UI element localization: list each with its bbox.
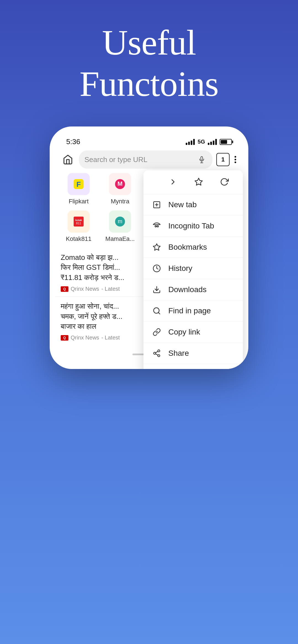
shortcut-kotak[interactable]: kotak 811 Kotak811 bbox=[61, 211, 97, 242]
svg-text:kotak: kotak bbox=[75, 219, 82, 222]
source-label-1: - Latest bbox=[101, 286, 120, 292]
phone-content: F Flipkart M Myntra bbox=[55, 173, 243, 345]
star-icon bbox=[152, 243, 162, 251]
svg-marker-22 bbox=[153, 244, 160, 250]
svg-text:811: 811 bbox=[76, 222, 81, 225]
kotak-icon: kotak 811 bbox=[68, 211, 90, 233]
battery-icon bbox=[220, 139, 232, 145]
flipkart-icon: F bbox=[68, 173, 90, 195]
tab-count[interactable]: 1 bbox=[216, 153, 230, 166]
source-name-2: Qrinx News bbox=[71, 335, 99, 341]
svg-line-26 bbox=[158, 312, 160, 314]
menu-top-icons bbox=[143, 170, 243, 194]
mamaearth-icon: m bbox=[109, 211, 131, 233]
clock-icon bbox=[152, 264, 162, 273]
search-icon bbox=[152, 307, 162, 315]
source-name-1: Qrinx News bbox=[71, 286, 99, 292]
refresh-icon[interactable] bbox=[220, 177, 229, 188]
downloads-label: Downloads bbox=[168, 285, 207, 294]
svg-marker-16 bbox=[195, 178, 203, 185]
menu-item-copy-link[interactable]: Copy link bbox=[143, 322, 243, 343]
source-label-2: - Latest bbox=[101, 335, 120, 341]
bookmarks-label: Bookmarks bbox=[168, 243, 207, 252]
home-icon bbox=[63, 154, 73, 165]
plus-square-icon bbox=[152, 201, 162, 209]
status-right: 5G bbox=[186, 139, 232, 145]
svg-text:M: M bbox=[118, 180, 123, 187]
svg-point-20 bbox=[155, 226, 156, 227]
myntra-icon: M bbox=[109, 173, 131, 195]
shortcut-myntra[interactable]: M Myntra bbox=[102, 173, 138, 205]
new-tab-label: New tab bbox=[168, 200, 197, 209]
home-button[interactable] bbox=[61, 152, 75, 167]
svg-line-31 bbox=[156, 351, 158, 353]
browser-bar: Search or type URL 1 bbox=[55, 150, 243, 173]
search-placeholder: Search or type URL bbox=[84, 155, 147, 164]
menu-item-find-in-page[interactable]: Find in page bbox=[143, 300, 243, 322]
incognito-icon bbox=[152, 222, 162, 230]
fiveg-icon: 5G bbox=[198, 139, 205, 145]
menu-item-settings[interactable]: Settings bbox=[143, 364, 243, 369]
shortcut-flipkart[interactable]: F Flipkart bbox=[61, 173, 97, 205]
flipkart-label: Flipkart bbox=[69, 198, 89, 205]
svg-line-30 bbox=[156, 354, 158, 355]
menu-item-downloads[interactable]: Downloads bbox=[143, 279, 243, 300]
link-icon bbox=[152, 328, 162, 336]
time-display: 5:36 bbox=[66, 138, 80, 146]
share-icon bbox=[152, 349, 162, 357]
svg-text:m: m bbox=[118, 218, 123, 224]
history-label: History bbox=[168, 264, 192, 273]
svg-text:F: F bbox=[76, 180, 81, 188]
menu-item-bookmarks[interactable]: Bookmarks bbox=[143, 237, 243, 258]
forward-icon[interactable] bbox=[169, 177, 177, 188]
mamaearth-label: MamaEa... bbox=[105, 235, 135, 242]
share-label: Share bbox=[168, 349, 189, 358]
download-icon bbox=[152, 285, 162, 294]
svg-point-21 bbox=[157, 226, 158, 227]
find-in-page-label: Find in page bbox=[168, 306, 211, 315]
menu-item-history[interactable]: History bbox=[143, 258, 243, 279]
menu-button[interactable] bbox=[233, 155, 237, 164]
svg-rect-0 bbox=[201, 157, 203, 160]
menu-item-new-tab[interactable]: New tab bbox=[143, 194, 243, 215]
search-bar[interactable]: Search or type URL bbox=[79, 150, 212, 169]
menu-item-share[interactable]: Share bbox=[143, 343, 243, 364]
copy-link-label: Copy link bbox=[168, 328, 200, 336]
dropdown-menu: New tab Incognito Tab bbox=[143, 170, 243, 369]
signal-icon bbox=[186, 139, 195, 145]
incognito-label: Incognito Tab bbox=[168, 222, 214, 230]
qrinx-logo-1: Q bbox=[61, 286, 68, 292]
signal-icon-2 bbox=[208, 139, 217, 145]
bookmark-star-icon[interactable] bbox=[194, 177, 203, 188]
microphone-icon[interactable] bbox=[196, 154, 207, 165]
kotak-label: Kotak811 bbox=[66, 235, 92, 242]
myntra-label: Myntra bbox=[111, 198, 129, 205]
hero-title: Useful Functoins bbox=[79, 22, 219, 104]
shortcut-mamaearth[interactable]: m MamaEa... bbox=[102, 211, 138, 242]
menu-item-incognito[interactable]: Incognito Tab bbox=[143, 215, 243, 237]
status-bar: 5:36 5G bbox=[55, 135, 243, 150]
qrinx-logo-2: Q bbox=[61, 335, 68, 341]
phone-mockup: 5:36 5G bbox=[50, 126, 248, 369]
